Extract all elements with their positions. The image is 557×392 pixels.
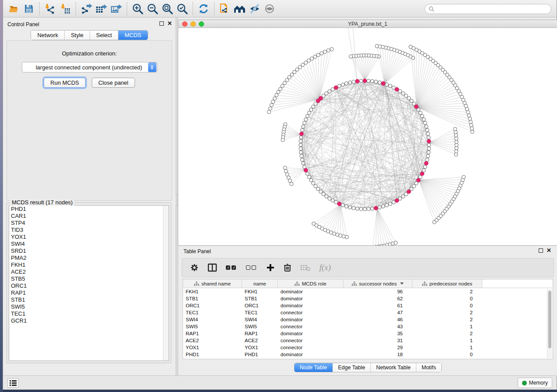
table-cell[interactable]: YOX1 — [183, 345, 242, 350]
table-cell[interactable]: 2 — [412, 331, 482, 336]
deselect-all-icon[interactable] — [246, 265, 257, 270]
table-cell[interactable]: 0 — [412, 352, 482, 357]
zoom-in-icon[interactable] — [130, 2, 145, 16]
tab-mcds[interactable]: MCDS — [118, 31, 147, 40]
table-row[interactable]: TEC1TEC1connector472 — [183, 309, 553, 316]
table-cell[interactable]: 1 — [412, 345, 482, 350]
table-cell[interactable]: SWI4 — [183, 317, 242, 322]
network-canvas[interactable] — [178, 28, 557, 245]
table-cell[interactable]: TEC1 — [183, 310, 242, 315]
table-cell[interactable]: 46 — [343, 317, 412, 322]
table-cell[interactable]: 29 — [343, 345, 412, 350]
import-table-icon[interactable] — [58, 2, 73, 16]
table-row[interactable]: SWI4SWI4dominator462 — [183, 316, 553, 323]
table-cell[interactable]: 47 — [343, 310, 412, 315]
table-cell[interactable]: YOX1 — [242, 345, 278, 350]
mcds-result-item[interactable]: PHD1 — [9, 206, 169, 213]
network-graph[interactable] — [178, 28, 557, 245]
float-panel-icon[interactable] — [159, 21, 164, 26]
table-cell[interactable]: 43 — [343, 324, 412, 329]
table-cell[interactable]: 61 — [343, 303, 412, 308]
run-mcds-button[interactable]: Run MCDS — [44, 78, 86, 88]
close-table-panel-icon[interactable]: ✕ — [547, 248, 551, 253]
search-input[interactable] — [435, 6, 551, 12]
table-cell[interactable]: 2 — [412, 317, 482, 322]
mcds-result-list[interactable]: PHD1CAR1STP4TID3YOX1SWI4SRD1PMA2FKH1ACE2… — [9, 205, 169, 361]
delete-table-icon[interactable] — [300, 264, 311, 272]
zoom-out-icon[interactable] — [145, 2, 160, 16]
zoom-fit-icon[interactable] — [160, 2, 175, 16]
table-cell[interactable]: dominator — [278, 317, 343, 322]
table-cell[interactable]: FKH1 — [183, 289, 242, 294]
table-cell[interactable]: dominator — [278, 352, 343, 357]
table-cell[interactable]: 96 — [343, 289, 412, 294]
export-image-icon[interactable] — [109, 2, 124, 16]
table-cell[interactable]: 2 — [412, 310, 482, 315]
mcds-result-item[interactable]: SRD1 — [9, 248, 169, 254]
table-row[interactable]: STB1STB1dominator620 — [183, 295, 553, 302]
table-cell[interactable]: TEC1 — [242, 310, 278, 315]
column-header-successor-nodes[interactable]: successor nodes — [343, 279, 412, 288]
share-document-icon[interactable] — [218, 2, 232, 16]
tab-node-table[interactable]: Node Table — [294, 363, 332, 372]
export-network-icon[interactable] — [79, 2, 94, 16]
mcds-result-item[interactable]: TID3 — [9, 227, 169, 234]
hide-details-icon[interactable] — [247, 2, 262, 16]
tab-edge-table[interactable]: Edge Table — [332, 363, 370, 372]
table-cell[interactable]: connector — [278, 324, 343, 329]
column-header-MCDS-role[interactable]: MCDS role — [278, 279, 343, 288]
table-row[interactable]: PHD1PHD1dominator180 — [183, 351, 553, 358]
memory-button[interactable]: Memory — [518, 378, 552, 388]
mcds-result-item[interactable]: CAR1 — [9, 213, 169, 220]
column-header-predecessor-nodes[interactable]: predecessor nodes — [412, 279, 482, 288]
close-panel-icon[interactable]: ✕ — [167, 21, 172, 26]
mcds-result-item[interactable]: GCR1 — [9, 317, 169, 324]
table-cell[interactable]: 1 — [412, 324, 482, 329]
tab-motifs[interactable]: Motifs — [416, 363, 441, 372]
table-cell[interactable]: 31 — [343, 338, 412, 343]
network-window-titlebar[interactable]: YPA_prune.txt_1 — [178, 20, 557, 28]
home-pages-icon[interactable] — [232, 2, 247, 16]
table-cell[interactable]: ORC1 — [242, 303, 278, 308]
panel-splitter[interactable] — [176, 17, 177, 376]
table-cell[interactable]: 1 — [412, 338, 482, 343]
close-panel-button[interactable]: Close panel — [92, 78, 135, 88]
table-cell[interactable]: 35 — [343, 331, 412, 336]
zoom-selected-icon[interactable] — [175, 2, 190, 16]
refresh-icon[interactable] — [196, 2, 211, 16]
mcds-result-item[interactable]: STB5 — [9, 275, 169, 282]
table-row[interactable]: RAP1RAP1dominator352 — [183, 330, 553, 337]
table-cell[interactable]: PHD1 — [183, 352, 242, 357]
tab-network[interactable]: Network — [31, 31, 64, 40]
mcds-result-item[interactable]: SWI5 — [9, 303, 169, 310]
table-scrollbar-thumb[interactable] — [548, 291, 551, 348]
tab-network-table[interactable]: Network Table — [370, 363, 416, 372]
mcds-result-item[interactable]: FKH1 — [9, 261, 169, 268]
table-cell[interactable]: STB1 — [183, 296, 242, 301]
table-cell[interactable]: 18 — [343, 352, 412, 357]
table-cell[interactable]: ACE2 — [183, 338, 242, 343]
table-scrollbar[interactable] — [547, 289, 552, 358]
table-cell[interactable]: 62 — [343, 296, 412, 301]
import-network-icon[interactable] — [43, 2, 58, 16]
table-cell[interactable]: connector — [278, 310, 343, 315]
table-cell[interactable]: PHD1 — [242, 352, 278, 357]
save-session-icon[interactable] — [21, 2, 36, 16]
table-cell[interactable]: ORC1 — [183, 303, 242, 308]
table-cell[interactable]: ACE2 — [242, 338, 278, 343]
mcds-result-item[interactable]: STB1 — [9, 296, 169, 303]
tab-style[interactable]: Style — [64, 31, 90, 40]
mcds-result-item[interactable]: TEC1 — [9, 310, 169, 317]
table-cell[interactable]: dominator — [278, 289, 343, 294]
export-table-icon[interactable] — [94, 2, 109, 16]
task-history-button[interactable] — [7, 378, 19, 388]
table-cell[interactable]: dominator — [278, 331, 343, 336]
tab-select[interactable]: Select — [90, 31, 118, 40]
table-row[interactable]: YOX1YOX1connector291 — [183, 344, 553, 351]
table-mode-gear-icon[interactable] — [190, 263, 199, 272]
table-cell[interactable]: connector — [278, 338, 343, 343]
mcds-result-item[interactable]: ACE2 — [9, 268, 169, 275]
table-cell[interactable]: 0 — [412, 303, 482, 308]
mcds-result-item[interactable]: PMA2 — [9, 254, 169, 261]
table-row[interactable]: ORC1ORC1dominator610 — [183, 302, 553, 309]
